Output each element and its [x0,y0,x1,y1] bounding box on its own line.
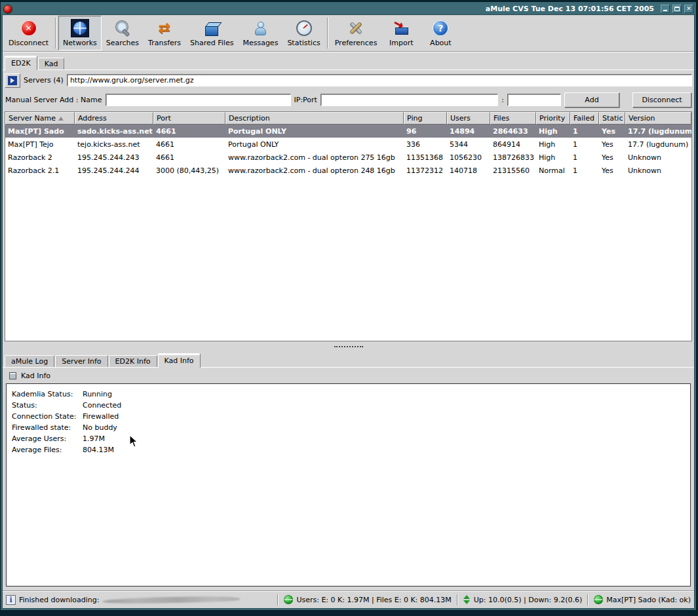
splitter-handle[interactable] [3,343,694,349]
toolbar-item-about[interactable]: About [421,16,460,50]
server-name-input[interactable] [106,94,291,106]
updown-status: Up: 10.0(0.5) | Down: 9.2(0.6) [474,596,582,604]
cell-description: www.razorback2.com - dual opteron 248 16… [225,166,404,175]
server-ip-input[interactable] [320,94,498,106]
manual-server-add-row: Manual Server Add : Name IP:Port : Add D… [3,90,694,111]
status-divider [587,594,589,606]
info-row: Kademlia Status: Running [12,389,685,400]
cell-server-name: Max[PT] Tejo [5,140,75,149]
column-header-description[interactable]: Description [225,112,404,125]
titlebar[interactable]: aMule CVS Tue Dec 13 07:01:56 CET 2005 [2,3,695,14]
toolbar-label: Shared Files [190,39,233,47]
toolbar-label: Transfers [148,39,181,47]
toolbar-item-messages[interactable]: Messages [238,16,282,50]
add-server-button[interactable]: Add [564,92,619,107]
table-row[interactable]: Razorback 2.1 195.245.244.244 3000 (80,4… [5,164,691,177]
server-table: Server Name Address Port Description Pin… [5,111,692,341]
table-row[interactable]: Max[PT] Sado sado.kicks-ass.net 4661 Por… [5,125,691,138]
kad-info-panel: Kademlia Status: Running Status: Connect… [6,383,691,587]
table-row[interactable]: Max[PT] Tejo tejo.kicks-ass.net 4661 Por… [5,138,691,151]
ip-port-label: IP:Port [294,96,317,104]
info-row: Status: Connected [12,400,685,411]
window-content: Disconnect Networks Searches ⇄ Transfers… [2,14,695,609]
column-header-ping[interactable]: Ping [404,112,447,125]
cell-users: 140718 [447,166,490,175]
cell-users: 1056230 [447,153,490,162]
play-icon [8,76,17,85]
kad-info-title: Kad Info [21,372,50,380]
cell-version: Unknown [625,153,691,162]
cell-static: Yes [599,140,625,149]
cell-users: 14894 [447,127,490,136]
table-row[interactable]: Razorback 2 195.245.244.243 4661 www.raz… [5,151,691,164]
toolbar-item-import[interactable]: Import [381,16,421,50]
cell-priority: Normal [536,166,570,175]
info-value: 1.97M [83,434,105,443]
toolbar-item-networks[interactable]: Networks [58,16,102,50]
tab-amule-log[interactable]: aMule Log [5,355,54,368]
tab-ed2k-info[interactable]: ED2K Info [109,355,157,368]
toolbar-item-preferences[interactable]: Preferences [330,16,382,50]
cell-priority: High [536,127,570,136]
info-icon[interactable] [6,595,16,605]
connected-server-status: Max[PT] Sado (Kad: ok) [606,596,691,604]
server-url-bar: Servers (4) [3,70,694,90]
toolbar-item-shared-files[interactable]: Shared Files [185,16,238,50]
info-value: Firewalled [83,412,119,421]
disconnect-icon [18,18,39,39]
toolbar-item-transfers[interactable]: ⇄ Transfers [144,16,185,50]
toolbar-item-statistics[interactable]: Statistics [282,16,324,50]
cell-failed: 1 [570,140,599,149]
tab-kad-info[interactable]: Kad Info [158,353,201,368]
column-header-failed[interactable]: Failed [570,112,599,125]
toolbar-item-disconnect[interactable]: Disconnect [4,16,53,50]
messages-icon [250,18,271,39]
app-icon [3,5,12,14]
cell-failed: 1 [570,166,599,175]
disconnect-server-button[interactable]: Disconnect [632,92,691,107]
cell-port: 3000 (80,443,25) [153,166,225,175]
column-header-priority[interactable]: Priority [536,112,570,125]
close-button[interactable] [684,5,693,13]
toolbar-label: About [430,39,452,47]
cell-files: 21315560 [490,166,536,175]
tab-ed2k[interactable]: ED2K [5,56,37,70]
cell-priority: High [536,140,570,149]
maximize-button[interactable] [672,5,682,13]
cell-ping: 336 [404,140,447,149]
column-header-users[interactable]: Users [447,112,490,125]
server-port-input[interactable] [507,94,561,106]
server-list-button[interactable] [5,73,20,88]
kad-info-header: Kad Info [3,368,694,383]
servers-count-label: Servers (4) [24,76,64,85]
sort-asc-icon [58,117,64,121]
cell-address: 195.245.244.243 [75,153,153,162]
column-header-address[interactable]: Address [75,112,153,125]
cell-description: Portugal ONLY [225,127,404,136]
tab-kad[interactable]: Kad [38,58,65,70]
cell-description: Portugal ONLY [225,140,404,149]
info-row: Connection State: Firewalled [12,411,685,422]
toolbar-item-searches[interactable]: Searches [102,16,144,50]
transfers-icon: ⇄ [154,18,175,39]
column-header-port[interactable]: Port [153,112,225,125]
column-header-version[interactable]: Version [625,112,691,125]
column-header-static[interactable]: Static [599,112,625,125]
amule-window: aMule CVS Tue Dec 13 07:01:56 CET 2005 D… [0,1,697,611]
toolbar-separator [327,18,328,48]
cell-static: Yes [599,127,625,136]
cell-failed: 1 [570,153,599,162]
info-value: 804.13M [83,446,114,454]
column-header-server-name[interactable]: Server Name [5,112,75,125]
server-met-url-input[interactable] [67,74,692,87]
toolbar-separator [55,18,56,48]
cell-version: 17.7 (lugdunum) [625,127,691,136]
manual-add-label: Manual Server Add : Name [5,96,102,104]
column-header-files[interactable]: Files [490,112,536,125]
cell-port: 4661 [153,153,225,162]
minimize-button[interactable] [661,5,670,13]
tab-server-info[interactable]: Server Info [55,355,107,368]
cell-server-name: Razorback 2.1 [5,166,75,175]
server-globe-icon [594,595,603,604]
info-label: Status: [12,401,83,410]
